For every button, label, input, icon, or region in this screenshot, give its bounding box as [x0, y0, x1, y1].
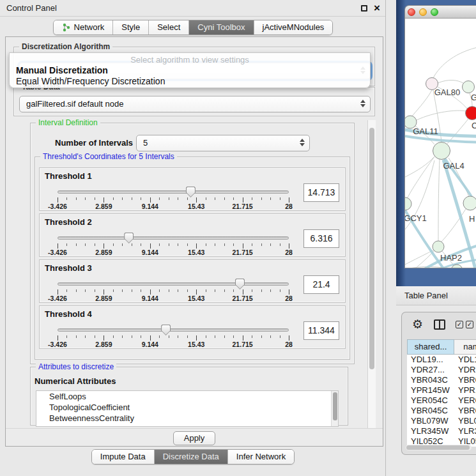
group-title: Interval Definition: [36, 118, 100, 127]
tick-mark: [66, 197, 67, 200]
table-row[interactable]: YBL079WYBL079W: [407, 416, 476, 426]
scale-label: -3.426: [48, 249, 67, 256]
network-edge[interactable]: [405, 157, 434, 177]
slider-track[interactable]: [58, 282, 289, 286]
scrollbar-thumb[interactable]: [333, 392, 337, 420]
numerical-attributes-list[interactable]: SelfLoopsTopologicalCoefficientBetweenne…: [36, 390, 339, 427]
attribute-list-item[interactable]: TopologicalCoefficient: [36, 402, 338, 413]
threshold-value-field[interactable]: 14.713: [303, 183, 339, 202]
tab-discretize-data[interactable]: Discretize Data: [154, 450, 227, 464]
dropdown-item-equal-width-frequency[interactable]: Equal Width/Frequency Discretization: [16, 76, 165, 86]
network-edge[interactable]: [407, 157, 434, 199]
close-traffic-light-icon[interactable]: [408, 8, 415, 16]
network-edge[interactable]: [405, 250, 434, 265]
table-row[interactable]: YBR043CYBR043C: [407, 375, 476, 385]
tab-network[interactable]: Network: [54, 20, 113, 35]
tick-mark: [243, 197, 243, 203]
network-node-H-partial[interactable]: [463, 196, 476, 210]
tick-mark: [215, 289, 215, 292]
slider-handle[interactable]: [161, 325, 171, 335]
tick-mark: [76, 243, 77, 246]
threshold-value-field[interactable]: 21.4: [303, 275, 339, 294]
main-vertical-scrollbar[interactable]: [367, 120, 376, 428]
table-row[interactable]: YDL19...YDL19: [407, 355, 476, 365]
network-edge[interactable]: [417, 111, 466, 120]
table-row[interactable]: YPR145WYPR145W: [407, 385, 476, 395]
table-panel-header: Table Panel: [396, 286, 476, 305]
column-header-shared[interactable]: shared...: [407, 339, 454, 355]
checkbox-icon[interactable]: ✓: [466, 321, 473, 328]
float-window-icon[interactable]: [361, 5, 367, 12]
scrollbar-thumb[interactable]: [369, 128, 374, 369]
bottom-tabbar: Impute Data Discretize Data Infer Networ…: [0, 449, 386, 464]
close-icon[interactable]: ×: [374, 1, 380, 15]
cyni-toolbox-panel: Discretization Algorithm Select algorith…: [5, 36, 383, 447]
tab-select[interactable]: Select: [148, 20, 188, 35]
attribute-list-item[interactable]: SelfLoops: [36, 391, 338, 402]
tick-mark: [150, 335, 151, 341]
tick-mark: [261, 335, 262, 338]
table-data-combobox[interactable]: galFiltered.sif default node: [19, 96, 371, 112]
checkbox-icon[interactable]: ✓: [456, 321, 463, 328]
apply-button[interactable]: Apply: [173, 431, 215, 445]
network-canvas[interactable]: GAL80GACGAL11GAL4GCY1HHAP2: [405, 19, 476, 268]
minimize-traffic-light-icon[interactable]: [419, 8, 427, 16]
network-node-GAL-partial[interactable]: [463, 81, 475, 93]
table-row[interactable]: YBR045CYBR045C: [407, 406, 476, 416]
tick-mark: [76, 197, 77, 200]
table-horizontal-scrollbar[interactable]: [406, 445, 472, 450]
slider-track[interactable]: [58, 328, 289, 332]
control-panel-titlebar: Control Panel ×: [0, 0, 385, 17]
tab-infer-network[interactable]: Infer Network: [227, 450, 294, 464]
network-node-selected-node[interactable]: [466, 107, 476, 120]
table-row[interactable]: YER054CYER054C: [407, 395, 476, 406]
gear-icon[interactable]: ⚙: [412, 317, 423, 332]
dropdown-item-manual-discretization[interactable]: Manual Discretization: [16, 65, 108, 75]
slider-handle[interactable]: [235, 279, 245, 289]
top-tabbar: Network Style Select Cyni Toolbox jActiv…: [0, 20, 386, 35]
zoom-traffic-light-icon[interactable]: [431, 8, 438, 16]
list-vertical-scrollbar[interactable]: [331, 391, 338, 426]
split-columns-icon[interactable]: [434, 319, 445, 330]
slider-track[interactable]: [58, 190, 289, 194]
attribute-list-item[interactable]: BetweennessCentrality: [36, 413, 338, 424]
tick-mark: [280, 335, 280, 338]
slider-handle[interactable]: [124, 233, 134, 243]
network-node-HAP2[interactable]: [433, 241, 444, 252]
scale-label: 21.715: [233, 295, 253, 302]
tab-cyni-toolbox[interactable]: Cyni Toolbox: [188, 20, 253, 35]
tab-style[interactable]: Style: [112, 20, 148, 35]
network-node-GCY1[interactable]: [405, 197, 411, 210]
network-node-GAL4[interactable]: [433, 142, 450, 160]
tab-impute-data[interactable]: Impute Data: [92, 450, 154, 464]
tick-mark: [95, 335, 95, 338]
tab-jactivemnodules[interactable]: jActiveMNodules: [254, 20, 333, 35]
tick-mark: [289, 335, 289, 341]
tick-mark: [280, 289, 280, 292]
slider-scale: -3.4262.8599.14415.4321.71528: [58, 249, 289, 256]
number-of-intervals-combobox[interactable]: 5: [136, 135, 310, 151]
tick-mark: [187, 243, 188, 246]
table-cell: YBR045C: [407, 406, 454, 416]
network-edge[interactable]: [438, 80, 463, 83]
slider-track[interactable]: [58, 236, 289, 240]
scrollbar-thumb[interactable]: [406, 445, 470, 450]
slider-handle[interactable]: [186, 187, 196, 197]
table-row[interactable]: YDR27...YDR27: [407, 365, 476, 375]
table-cell: YDL19...: [407, 355, 454, 365]
combo-arrows-icon: [300, 139, 305, 146]
network-view-panel: GAL80GACGAL11GAL4GCY1HHAP2: [396, 0, 476, 286]
threshold-value-field[interactable]: 11.344: [303, 321, 339, 340]
tick-mark: [187, 289, 188, 292]
threshold-2-block: Threshold 2 -3.4262.8599.14415.4321.7152…: [39, 213, 346, 257]
table-row[interactable]: YLR345WYLR345W: [407, 426, 476, 436]
network-edge[interactable]: [438, 159, 440, 241]
column-header-name[interactable]: name: [454, 339, 476, 355]
network-edge[interactable]: [411, 90, 432, 117]
network-edge[interactable]: [433, 47, 476, 78]
table-cell: YBL079W: [454, 416, 476, 426]
threshold-value-field[interactable]: 6.316: [303, 229, 339, 248]
tick-mark: [252, 289, 252, 292]
threshold-4-block: Threshold 4 -3.4262.8599.14415.4321.7152…: [39, 305, 346, 349]
scale-label: 9.144: [142, 203, 158, 210]
